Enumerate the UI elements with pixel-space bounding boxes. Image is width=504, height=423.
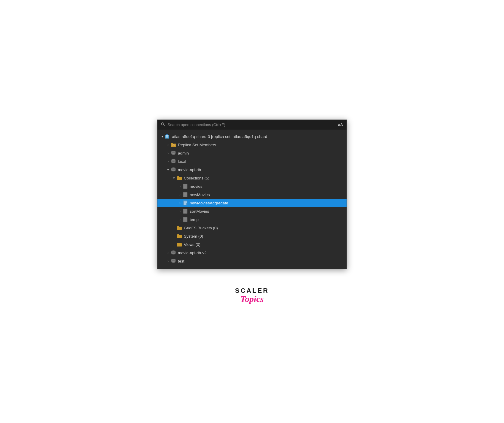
chevron-temp: ›: [178, 217, 182, 222]
chevron-local: ›: [166, 159, 170, 164]
chevron-movie-api-db: ▾: [166, 167, 170, 172]
tree-item-movie-api-db-v2[interactable]: › movie-api-db-v2: [157, 249, 347, 257]
tree-item-newMoviesAggregate[interactable]: › newMoviesAggregate: [157, 199, 347, 207]
main-container: aA atlas-a5qo1q-shard-0 [replica set: at…: [145, 108, 359, 315]
tree-item-system[interactable]: System (0): [157, 232, 347, 240]
icon-admin: [170, 150, 176, 156]
icon-test: [170, 258, 176, 264]
icon-newMovies: [182, 192, 188, 198]
label-system: System (0): [184, 234, 203, 238]
icon-sortMovies: [182, 208, 188, 214]
label-newMoviesAggregate: newMoviesAggregate: [190, 201, 228, 205]
icon-local: [170, 158, 176, 164]
chevron-movie-api-db-v2: ›: [166, 250, 170, 255]
label-sortMovies: sortMovies: [190, 209, 209, 214]
chevron-collections: ▾: [172, 176, 176, 180]
tree-items-container: › Replica Set Members› admin› local▾ mov…: [157, 141, 347, 265]
tree-root-item[interactable]: atlas-a5qo1q-shard-0 [replica set: atlas…: [157, 132, 347, 141]
icon-temp: [182, 217, 188, 222]
tree-item-test[interactable]: › test: [157, 257, 347, 265]
root-chevron: [160, 134, 165, 139]
tree-item-temp[interactable]: › temp: [157, 215, 347, 224]
icon-collections: [176, 175, 182, 181]
svg-rect-5: [166, 136, 168, 137]
logo-topics-text: Topics: [240, 295, 264, 303]
chevron-newMoviesAggregate: ›: [178, 201, 182, 205]
tree-container: atlas-a5qo1q-shard-0 [replica set: atlas…: [157, 130, 347, 269]
label-views: Views (0): [184, 242, 200, 247]
chevron-views: [172, 242, 176, 247]
tree-item-movie-api-db[interactable]: ▾ movie-api-db: [157, 166, 347, 174]
label-movies: movies: [190, 184, 202, 189]
label-movie-api-db: movie-api-db: [178, 168, 201, 172]
icon-replica-set-members: [170, 142, 176, 148]
chevron-replica-set-members: ›: [166, 142, 170, 147]
label-local: local: [178, 159, 186, 164]
label-collections: Collections (5): [184, 176, 209, 180]
chevron-test: ›: [166, 259, 170, 263]
svg-rect-3: [166, 134, 168, 135]
icon-system: [176, 233, 182, 239]
connection-icon: [165, 133, 170, 139]
svg-rect-4: [166, 135, 168, 136]
chevron-admin: ›: [166, 151, 170, 155]
label-replica-set-members: Replica Set Members: [178, 143, 216, 147]
chevron-movies: ›: [178, 184, 182, 189]
logo-section: SCALER Topics: [235, 287, 269, 303]
logo-scaler-text: SCALER: [235, 287, 269, 295]
svg-rect-6: [166, 137, 168, 138]
icon-movie-api-db-v2: [170, 250, 176, 256]
icon-views: [176, 241, 182, 247]
label-admin: admin: [178, 151, 189, 155]
aa-toggle[interactable]: aA: [338, 123, 343, 127]
search-icon: [161, 122, 165, 127]
chevron-newMovies: ›: [178, 192, 182, 197]
svg-point-9: [172, 146, 175, 147]
tree-item-views[interactable]: Views (0): [157, 240, 347, 249]
connection-panel: aA atlas-a5qo1q-shard-0 [replica set: at…: [157, 120, 347, 269]
tree-item-local[interactable]: › local: [157, 157, 347, 166]
label-gridfs-buckets: GridFS Buckets (0): [184, 226, 218, 230]
label-test: test: [178, 259, 184, 263]
chevron-system: [172, 234, 176, 238]
icon-gridfs-buckets: [176, 225, 182, 231]
chevron-sortMovies: ›: [178, 209, 182, 214]
chevron-gridfs-buckets: [172, 225, 176, 230]
icon-movies: [182, 183, 188, 189]
label-temp: temp: [190, 217, 199, 222]
tree-item-collections[interactable]: ▾ Collections (5): [157, 174, 347, 182]
svg-line-1: [164, 125, 165, 126]
tree-item-sortMovies[interactable]: › sortMovies: [157, 207, 347, 215]
tree-item-replica-set-members[interactable]: › Replica Set Members: [157, 141, 347, 149]
root-label: atlas-a5qo1q-shard-0 [replica set: atlas…: [172, 134, 344, 139]
icon-movie-api-db: [170, 167, 176, 173]
tree-item-newMovies[interactable]: › newMovies: [157, 190, 347, 199]
tree-item-gridfs-buckets[interactable]: GridFS Buckets (0): [157, 224, 347, 232]
search-bar: aA: [157, 120, 347, 130]
icon-newMoviesAggregate: [182, 200, 188, 206]
tree-item-movies[interactable]: › movies: [157, 182, 347, 190]
search-input[interactable]: [168, 123, 336, 127]
tree-item-admin[interactable]: › admin: [157, 149, 347, 157]
label-newMovies: newMovies: [190, 193, 210, 197]
label-movie-api-db-v2: movie-api-db-v2: [178, 251, 207, 255]
